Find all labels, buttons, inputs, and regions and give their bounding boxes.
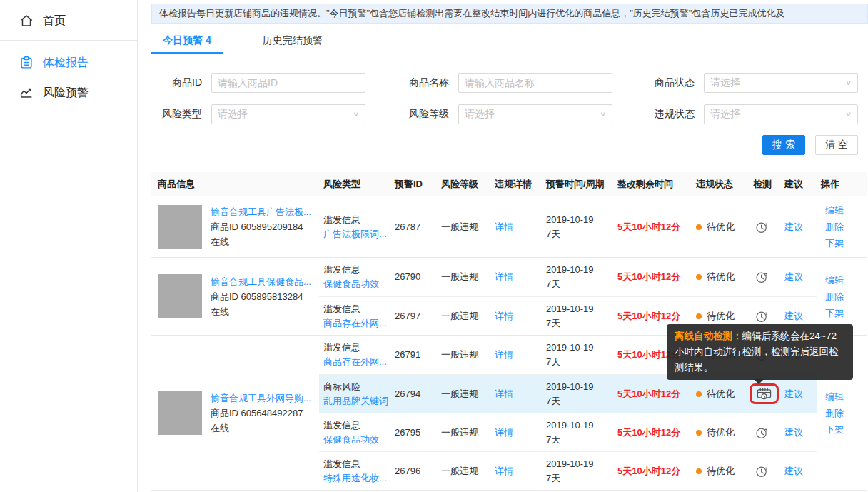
violation-detail-cell: 详情	[490, 426, 542, 440]
status-text: 待优化	[707, 270, 735, 284]
detail-link[interactable]: 详情	[495, 466, 513, 476]
clear-button[interactable]: 清 空	[815, 135, 858, 155]
risk-subtype-link[interactable]: 广告法极限词...	[323, 227, 390, 241]
app-window: 首页体检报告风险预警 体检报告每日更新店铺商品的违规情况。"今日预警"包含您店铺…	[0, 0, 868, 492]
suggestion-link[interactable]: 建议	[784, 221, 803, 232]
filter-select[interactable]: 请选择∨	[458, 104, 612, 124]
column-header: 风险等级	[437, 178, 490, 191]
warning-date: 2019-10-19	[546, 341, 613, 355]
risk-subtype-link[interactable]: 保健食品功效	[323, 277, 390, 291]
action-unlist-link[interactable]: 下架	[825, 305, 867, 321]
history-clock-icon[interactable]	[755, 220, 769, 234]
detail-link[interactable]: 详情	[495, 271, 513, 282]
filter-text-input[interactable]	[218, 77, 359, 89]
risk-subrows: 滥发信息保健食品功效26790一般违规详情2019-10-197天5天10小时1…	[319, 258, 817, 335]
product-image-placeholder	[158, 205, 202, 249]
filter-label: 商品状态	[655, 76, 695, 89]
action-edit-link[interactable]: 编辑	[825, 272, 867, 288]
history-clock-icon[interactable]	[755, 309, 769, 323]
action-delete-link[interactable]: 删除	[825, 219, 867, 235]
history-clock-icon[interactable]	[755, 270, 769, 284]
risk-type-cell: 滥发信息商品存在外网...	[319, 341, 390, 369]
warning-id: 26796	[390, 464, 437, 478]
action-delete-link[interactable]: 删除	[825, 405, 867, 421]
product-cell: 愉音合规工具广告法极...商品ID 605895209184在线	[151, 196, 319, 257]
risk-level: 一般违规	[437, 426, 490, 440]
action-edit-link[interactable]: 编辑	[825, 388, 867, 405]
filter-select[interactable]: 请选择∨	[704, 104, 858, 124]
detect-cell	[749, 426, 780, 440]
risk-row: 滥发信息保健食品功效26790一般违规详情2019-10-197天5天10小时1…	[319, 258, 817, 296]
tab-today-warnings-label: 今日预警	[163, 34, 203, 46]
warning-id: 26791	[390, 348, 437, 362]
column-header: 违规详情	[490, 178, 542, 191]
violation-detail-cell: 详情	[490, 309, 542, 323]
sidebar-item-label: 首页	[43, 14, 66, 29]
action-unlist-link[interactable]: 下架	[825, 421, 867, 438]
detect-cell	[749, 309, 780, 323]
search-button[interactable]: 搜 索	[762, 135, 805, 155]
action-unlist-link[interactable]: 下架	[825, 235, 867, 251]
history-clock-icon[interactable]	[755, 426, 769, 440]
warning-period: 7天	[546, 433, 613, 447]
action-delete-link[interactable]: 删除	[825, 288, 867, 305]
risk-category: 滥发信息	[323, 341, 390, 355]
risk-subtype-link[interactable]: 特殊用途化妆...	[323, 471, 390, 486]
tab-history-warnings[interactable]: 历史完结预警	[251, 29, 334, 54]
suggestion-link[interactable]: 建议	[784, 271, 803, 282]
detail-link[interactable]: 详情	[495, 311, 513, 321]
column-header: 操作	[817, 178, 867, 191]
status-text: 待优化	[707, 309, 735, 323]
suggestion-link[interactable]: 建议	[784, 311, 803, 321]
product-id: 商品ID 605895813284	[211, 289, 311, 304]
risk-type-cell: 商标风险乱用品牌关键词	[319, 380, 390, 408]
column-header: 商品信息	[151, 178, 319, 191]
risk-level: 一般违规	[437, 270, 490, 284]
violation-status-cell: 待优化	[692, 270, 749, 284]
detail-link[interactable]: 详情	[495, 349, 513, 360]
detail-link[interactable]: 详情	[495, 427, 513, 438]
product-title-link[interactable]: 愉音合规工具广告法极...	[211, 204, 311, 219]
status-dot	[696, 391, 702, 397]
tab-bar: 今日预警4 历史完结预警	[151, 29, 868, 54]
sidebar-item-home[interactable]: 首页	[0, 6, 137, 36]
product-status: 在线	[211, 421, 311, 436]
risk-subtype-link[interactable]: 保健食品功效	[323, 433, 390, 447]
sidebar-item-report[interactable]: 体检报告	[0, 48, 137, 78]
sidebar: 首页体检报告风险预警	[0, 0, 138, 492]
product-title-link[interactable]: 愉音合规工具保健食品...	[211, 274, 311, 289]
filter-text-input[interactable]	[465, 77, 606, 89]
suggestion-cell: 建议	[780, 387, 817, 401]
action-edit-link[interactable]: 编辑	[825, 202, 867, 219]
suggestion-cell: 建议	[780, 309, 817, 323]
home-icon	[19, 13, 34, 29]
risk-type-cell: 滥发信息广告法极限词...	[319, 213, 390, 241]
suggestion-link[interactable]: 建议	[784, 427, 803, 438]
filter-field-4: 风险等级请选择∨	[375, 104, 612, 124]
detail-link[interactable]: 详情	[495, 388, 513, 399]
status-dot	[696, 274, 702, 280]
violation-detail-cell: 详情	[490, 464, 542, 478]
warning-period: 7天	[546, 355, 613, 369]
detail-link[interactable]: 详情	[495, 221, 513, 232]
violation-status-cell: 待优化	[692, 220, 749, 234]
tab-history-warnings-label: 历史完结预警	[263, 34, 323, 46]
suggestion-link[interactable]: 建议	[784, 466, 803, 476]
risk-subtype-link[interactable]: 商品存在外网...	[323, 355, 390, 369]
filter-input-wrap	[458, 73, 612, 93]
risk-subtype-link[interactable]: 商品存在外网...	[323, 316, 390, 331]
sidebar-item-risk-warning[interactable]: 风险预警	[0, 78, 137, 108]
suggestion-link[interactable]: 建议	[784, 388, 803, 399]
calendar-clock-icon[interactable]	[755, 386, 773, 401]
tab-today-warnings[interactable]: 今日预警4	[151, 29, 223, 54]
filter-select[interactable]: 请选择∨	[704, 73, 858, 93]
sidebar-item-label: 体检报告	[43, 56, 89, 71]
filter-select[interactable]: 请选择∨	[211, 104, 365, 124]
filter-form: 商品ID商品名称商品状态请选择∨风险类型请选择∨风险等级请选择∨违规状态请选择∨	[151, 73, 858, 124]
product-title-link[interactable]: 愉音合规工具外网导购...	[211, 391, 311, 406]
remaining-time: 5天10小时12分	[613, 464, 692, 478]
column-header: 建议	[780, 178, 817, 191]
risk-subtype-link[interactable]: 乱用品牌关键词	[323, 394, 390, 408]
warning-id: 26790	[390, 270, 437, 284]
history-clock-icon[interactable]	[755, 464, 769, 478]
